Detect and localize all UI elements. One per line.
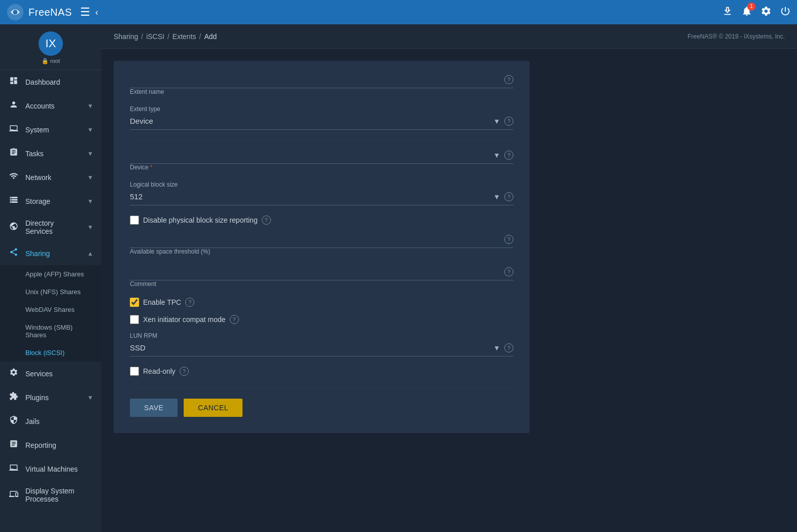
available-space-field: ? Available space threshold (%) <box>130 233 513 255</box>
extent-name-input[interactable] <box>130 73 500 86</box>
topbar: FreeNAS ☰ ‹ 1 <box>0 0 797 24</box>
sidebar-item-label-storage: Storage <box>25 197 81 205</box>
freenas-logo-icon <box>6 3 24 21</box>
cancel-button[interactable]: CANCEL <box>184 399 242 417</box>
comment-input[interactable] <box>130 265 500 278</box>
sidebar-item-accounts[interactable]: Accounts ▼ <box>0 94 101 118</box>
sidebar-item-label-sharing: Sharing <box>25 250 81 258</box>
services-icon <box>8 368 19 379</box>
sidebar-item-storage[interactable]: Storage ▼ <box>0 189 101 213</box>
extent-type-select[interactable]: Device File <box>130 115 489 127</box>
logical-block-size-label: Logical block size <box>130 181 513 188</box>
sidebar-username: 🔒 root <box>0 58 101 64</box>
storage-icon <box>8 195 19 207</box>
sidebar-sub-item-webdav[interactable]: WebDAV Shares <box>0 301 101 318</box>
sidebar-item-virtual-machines[interactable]: Virtual Machines <box>0 457 101 481</box>
sidebar-item-label-jails: Jails <box>25 417 93 425</box>
disable-physical-label: Disable physical block size reporting <box>143 216 258 224</box>
xen-initiator-label: Xen initiator compat mode <box>143 315 226 324</box>
available-space-help-icon[interactable]: ? <box>504 235 513 244</box>
sidebar-item-network[interactable]: Network ▼ <box>0 165 101 189</box>
comment-help-icon[interactable]: ? <box>504 267 513 276</box>
sidebar-item-display-system-processes[interactable]: Display System Processes <box>0 481 101 509</box>
tasks-arrow-icon: ▼ <box>87 150 93 157</box>
enable-tpc-help-icon[interactable]: ? <box>185 298 194 307</box>
sidebar-sub-item-block-iscsi[interactable]: Block (iSCSI) <box>0 344 101 362</box>
plugins-arrow-icon: ▼ <box>87 394 93 401</box>
sidebar-item-jails[interactable]: Jails <box>0 409 101 433</box>
extent-type-arrow-icon: ▼ <box>493 117 500 125</box>
sidebar-item-plugins[interactable]: Plugins ▼ <box>0 385 101 409</box>
notifications-button[interactable]: 1 <box>741 6 752 19</box>
logical-block-size-help-icon[interactable]: ? <box>504 192 513 201</box>
device-help-icon[interactable]: ? <box>504 151 513 160</box>
sidebar-sub-item-windows-smb[interactable]: Windows (SMB) Shares <box>0 318 101 344</box>
sidebar: IX 🔒 root Dashboard Accounts ▼ System ▼ <box>0 24 101 532</box>
xen-initiator-field: Xen initiator compat mode ? <box>130 315 513 324</box>
save-button[interactable]: SAVE <box>130 399 178 417</box>
logical-block-size-select[interactable]: 512 1024 2048 4096 <box>130 190 489 203</box>
extent-type-label: Extent type <box>130 105 513 113</box>
device-label: Device * <box>130 164 513 171</box>
breadcrumb-bar: Sharing / iSCSI / Extents / Add FreeNAS®… <box>101 24 797 49</box>
download-button[interactable] <box>722 6 733 19</box>
sidebar-item-directory-services[interactable]: Directory Services ▼ <box>0 213 101 241</box>
extent-name-field: ? Extent name <box>130 73 513 95</box>
app-name: FreeNAS <box>28 7 72 18</box>
dashboard-icon <box>8 76 19 88</box>
xen-initiator-help-icon[interactable]: ? <box>230 315 239 324</box>
xen-initiator-checkbox[interactable] <box>130 315 139 324</box>
extent-name-help-icon[interactable]: ? <box>504 75 513 84</box>
accounts-icon <box>8 100 19 112</box>
menu-icon[interactable]: ☰ <box>80 6 90 19</box>
plugins-icon <box>8 392 19 403</box>
sidebar-item-tasks[interactable]: Tasks ▼ <box>0 141 101 165</box>
sidebar-item-services[interactable]: Services <box>0 362 101 385</box>
sidebar-item-label-tasks: Tasks <box>25 150 81 158</box>
breadcrumb: Sharing / iSCSI / Extents / Add <box>114 32 217 41</box>
sidebar-sub-item-unix-nfs[interactable]: Unix (NFS) Shares <box>0 283 101 301</box>
network-arrow-icon: ▼ <box>87 174 93 181</box>
sidebar-item-label-display: Display System Processes <box>25 487 93 503</box>
device-select[interactable] <box>130 149 489 161</box>
comment-field: ? Comment <box>130 265 513 288</box>
sidebar-item-dashboard[interactable]: Dashboard <box>0 70 101 94</box>
sidebar-sub-item-apple-afp[interactable]: Apple (AFP) Shares <box>0 265 101 283</box>
lun-rpm-label: LUN RPM <box>130 332 513 339</box>
directory-services-icon <box>8 222 19 233</box>
storage-arrow-icon: ▼ <box>87 198 93 205</box>
form-area: ? Extent name Extent type Device File ▼ … <box>101 49 797 532</box>
settings-button[interactable] <box>760 6 772 19</box>
available-space-input[interactable] <box>130 233 500 245</box>
disable-physical-checkbox[interactable] <box>130 216 139 225</box>
extent-type-help-icon[interactable]: ? <box>504 117 513 126</box>
power-button[interactable] <box>780 6 791 19</box>
breadcrumb-sharing[interactable]: Sharing <box>114 32 138 41</box>
device-field: ▼ ? Device * <box>130 149 513 171</box>
form-card: ? Extent name Extent type Device File ▼ … <box>114 61 530 433</box>
lun-rpm-help-icon[interactable]: ? <box>504 343 513 352</box>
breadcrumb-extents[interactable]: Extents <box>172 32 196 41</box>
sidebar-item-label-directory: Directory Services <box>25 219 81 235</box>
sidebar-item-label-system: System <box>25 126 81 134</box>
enable-tpc-checkbox[interactable] <box>130 298 139 307</box>
disable-physical-help-icon[interactable]: ? <box>262 216 271 225</box>
disable-physical-block-field: Disable physical block size reporting ? <box>130 216 513 225</box>
directory-arrow-icon: ▼ <box>87 224 93 231</box>
sidebar-item-reporting[interactable]: Reporting <box>0 433 101 457</box>
sidebar-item-sharing[interactable]: Sharing ▲ <box>0 241 101 265</box>
display-system-icon <box>8 489 19 501</box>
sidebar-user: IX 🔒 root <box>0 24 101 70</box>
readonly-help-icon[interactable]: ? <box>180 367 189 376</box>
version-text: FreeNAS® © 2019 - iXsystems, Inc. <box>687 33 785 40</box>
sidebar-item-system[interactable]: System ▼ <box>0 118 101 141</box>
readonly-checkbox[interactable] <box>130 367 139 376</box>
back-icon[interactable]: ‹ <box>95 7 98 18</box>
lun-rpm-field: LUN RPM SSD Unknown 5400 7200 10000 1500… <box>130 332 513 357</box>
breadcrumb-iscsi[interactable]: iSCSI <box>146 32 164 41</box>
available-space-label: Available space threshold (%) <box>130 248 513 255</box>
sharing-icon <box>8 247 19 259</box>
logical-block-size-field: Logical block size 512 1024 2048 4096 ▼ … <box>130 181 513 205</box>
virtual-machines-icon <box>8 463 19 475</box>
lun-rpm-select[interactable]: SSD Unknown 5400 7200 10000 15000 <box>130 341 489 354</box>
